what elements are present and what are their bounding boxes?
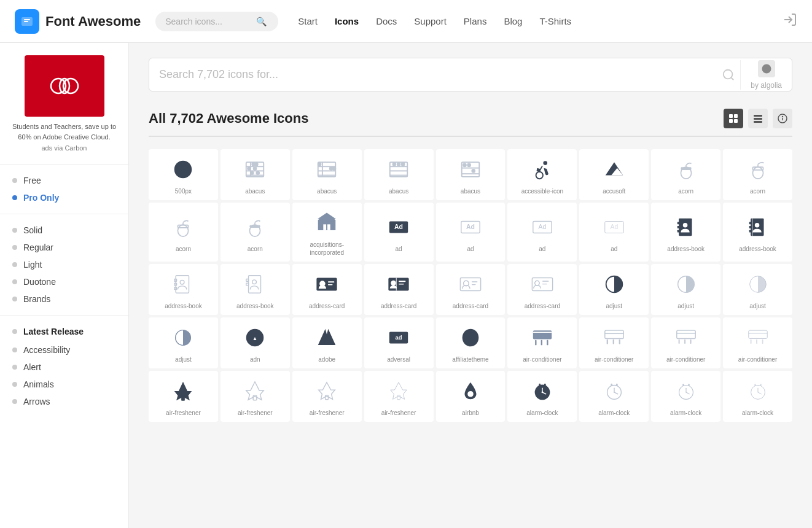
icon-air-freshener-dark[interactable]: air-freshener [149, 371, 218, 422]
icon-air-conditioner-medium[interactable]: air-conditioner [507, 317, 577, 368]
info-button[interactable] [773, 109, 792, 128]
sidebar: Students and Teachers, save up to 60% on… [0, 43, 129, 528]
svg-marker-147 [319, 382, 335, 400]
login-button[interactable] [783, 12, 797, 30]
icon-adjust-light-1[interactable]: adjust [651, 264, 720, 315]
icon-abacus-3[interactable]: abacus [364, 149, 434, 200]
icon-adobe[interactable]: adobe [292, 317, 362, 368]
icon-500px[interactable]: 500px [149, 149, 218, 200]
icon-address-book-light-2[interactable]: address-book [221, 264, 290, 315]
icon-air-freshener-light-3[interactable]: air-freshener [364, 371, 434, 422]
sidebar-item-pro[interactable]: Pro Only [12, 189, 116, 206]
icon-air-freshener-light-1[interactable]: air-freshener [221, 371, 290, 422]
svg-point-85 [754, 222, 759, 227]
icon-address-book-light-1[interactable]: address-book [149, 264, 218, 315]
svg-line-167 [686, 392, 689, 394]
nav-support[interactable]: Support [414, 16, 447, 26]
alert-label: Alert [23, 362, 41, 372]
animals-dot [12, 382, 17, 387]
icon-alarm-clock-light-3[interactable]: alarm-clock [723, 371, 792, 422]
svg-point-22 [255, 163, 258, 166]
icon-address-card-light-2[interactable]: address-card [507, 264, 577, 315]
duotone-dot [12, 279, 17, 284]
sidebar-item-light[interactable]: Light [12, 256, 116, 273]
svg-point-55 [752, 167, 763, 179]
icon-acorn-1[interactable]: acorn [651, 149, 720, 200]
icon-acorn-2[interactable]: acorn [723, 149, 792, 200]
icon-air-conditioner-light-3[interactable]: air-conditioner [723, 317, 792, 368]
sidebar-item-alert[interactable]: Alert [12, 359, 116, 376]
icon-glyph-af-dark [171, 378, 195, 404]
sidebar-item-arrows[interactable]: Arrows [12, 393, 116, 410]
icon-alarm-clock-light-1[interactable]: alarm-clock [579, 371, 649, 422]
grid-view-button[interactable] [724, 109, 743, 128]
ad-link[interactable]: ads via Carbon [10, 144, 119, 152]
icon-address-card-dark-1[interactable]: address-card [292, 264, 362, 315]
icon-name-acorn-4: acorn [248, 245, 263, 253]
list-view-button[interactable] [748, 109, 768, 128]
sidebar-item-regular[interactable]: Regular [12, 239, 116, 256]
icon-abacus-1[interactable]: abacus [221, 149, 290, 200]
icon-adjust-light-2[interactable]: adjust [723, 264, 792, 315]
latest-release-header[interactable]: Latest Release [12, 323, 116, 341]
icon-address-card-light-1[interactable]: address-card [436, 264, 506, 315]
main-search-input[interactable] [159, 58, 722, 91]
icon-ad-light-1[interactable]: Ad ad [436, 203, 506, 262]
icon-acorn-4[interactable]: acorn [221, 203, 290, 262]
icon-abacus-4[interactable]: abacus [436, 149, 506, 200]
icon-adjust-dark[interactable]: adjust [579, 264, 649, 315]
sidebar-item-free[interactable]: Free [12, 172, 116, 189]
header-search-box[interactable]: 🔍 [155, 12, 278, 31]
icon-air-conditioner-light-2[interactable]: air-conditioner [651, 317, 720, 368]
header-search-input[interactable] [165, 17, 251, 26]
sidebar-item-brands[interactable]: Brands [12, 290, 116, 308]
icon-abacus-2[interactable]: abacus [292, 149, 362, 200]
sidebar-divider-1 [0, 164, 128, 165]
icon-address-book-dark-1[interactable]: address-book [651, 203, 720, 262]
svg-point-34 [333, 167, 336, 170]
icon-alarm-clock-dark[interactable]: alarm-clock [507, 371, 577, 422]
sidebar-ad[interactable]: Students and Teachers, save up to 60% on… [10, 55, 119, 152]
svg-rect-125 [541, 340, 542, 346]
icon-ad-light-3[interactable]: Ad ad [579, 203, 649, 262]
icon-adn[interactable]: ▲ adn [221, 317, 290, 368]
solid-label: Solid [23, 225, 42, 235]
svg-rect-128 [605, 330, 623, 338]
svg-rect-78 [677, 226, 679, 228]
icon-acquisitions[interactable]: acquisitions-incorporated [292, 203, 362, 262]
icon-ad-dark[interactable]: Ad ad [364, 203, 434, 262]
icon-affiliatetheme[interactable]: affiliatetheme [436, 317, 506, 368]
sidebar-item-animals[interactable]: Animals [12, 376, 116, 393]
nav-start[interactable]: Start [298, 16, 318, 26]
svg-point-5 [762, 64, 771, 73]
icon-glyph-address-book-dark-1 [674, 214, 698, 240]
nav-icons[interactable]: Icons [335, 16, 359, 26]
nav-docs[interactable]: Docs [376, 16, 397, 26]
icon-glyph-ac-light-2 [674, 325, 698, 351]
nav-plans[interactable]: Plans [464, 16, 487, 26]
icon-adversal[interactable]: ad adversal [364, 317, 434, 368]
icon-name-address-book-dark-1: address-book [667, 245, 705, 253]
icon-alarm-clock-light-2[interactable]: alarm-clock [651, 371, 720, 422]
nav-blog[interactable]: Blog [504, 16, 522, 26]
icon-glyph-address-book-light-1 [171, 271, 195, 297]
icon-accusoft[interactable]: accusoft [579, 149, 649, 200]
icon-name-abacus-4: abacus [461, 187, 480, 195]
icon-air-conditioner-light-1[interactable]: air-conditioner [579, 317, 649, 368]
sidebar-item-duotone[interactable]: Duotone [12, 273, 116, 290]
sidebar-item-accessibility[interactable]: Accessibility [12, 341, 116, 359]
icon-airbnb[interactable]: airbnb [436, 371, 506, 422]
icon-address-book-dark-2[interactable]: address-book [723, 203, 792, 262]
icon-adjust-medium[interactable]: adjust [149, 317, 218, 368]
sidebar-item-solid[interactable]: Solid [12, 222, 116, 239]
icon-glyph-abacus-1 [243, 157, 267, 182]
icon-address-card-dark-2[interactable]: address-card [364, 264, 434, 315]
icon-accessible-icon[interactable]: accessible-icon [507, 149, 577, 200]
icon-air-freshener-light-2[interactable]: air-freshener [292, 371, 362, 422]
icon-acorn-3[interactable]: acorn [149, 203, 218, 262]
svg-point-47 [472, 169, 475, 173]
icon-glyph-500px [171, 157, 195, 182]
icon-ad-light-2[interactable]: Ad ad [507, 203, 577, 262]
icon-glyph-acquisitions [315, 210, 338, 236]
nav-tshirts[interactable]: T-Shirts [539, 16, 571, 26]
